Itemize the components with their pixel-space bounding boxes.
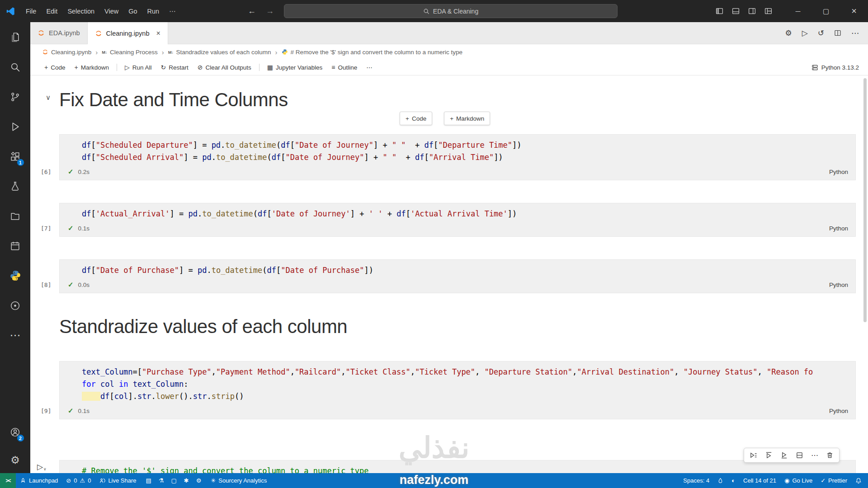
success-check-icon: ✓ xyxy=(68,168,74,176)
remote-indicator[interactable]: >< xyxy=(0,473,16,488)
beaker-icon[interactable]: ⚗ xyxy=(159,477,164,484)
code-cell[interactable]: [7]df['Actual_Arrival'] = pd.to_datetime… xyxy=(59,203,856,237)
breadcrumb-subsection[interactable]: M↓ Standradize values of each column xyxy=(168,49,271,56)
tab-eda-ipynb[interactable]: EDA.ipynb xyxy=(30,22,88,44)
notifications-bell-icon[interactable] xyxy=(851,473,868,488)
run-by-line-icon[interactable] xyxy=(750,451,757,459)
split-cell-icon[interactable] xyxy=(796,451,803,459)
gear-small-icon[interactable]: ⚙ xyxy=(196,477,202,484)
run-and-debug-icon[interactable] xyxy=(5,116,26,137)
add-code-button[interactable]: +Code xyxy=(40,62,69,73)
close-button[interactable]: × xyxy=(840,0,868,22)
explorer-icon[interactable] xyxy=(5,27,26,47)
jupyter-variables-button[interactable]: ▦Jupyter Variables xyxy=(263,62,327,73)
testing-icon[interactable] xyxy=(5,176,26,197)
code-cell[interactable]: [9]text_Column=["Purchase Type","Payment… xyxy=(59,361,856,419)
accounts-icon[interactable]: 2 xyxy=(5,422,26,442)
toggle-secondary-sidebar-icon[interactable] xyxy=(748,7,756,15)
code-editor[interactable]: # Remove the '$' sign and convert the co… xyxy=(60,460,855,473)
extensions-icon[interactable]: 1 xyxy=(5,146,26,167)
clear-all-outputs-button[interactable]: ⊘Clear All Outputs xyxy=(193,62,255,73)
paw-icon[interactable]: ✱ xyxy=(184,477,189,484)
menu-selection[interactable]: Selection xyxy=(62,5,99,17)
code-editor[interactable]: df["Date of Purchase"] = pd.to_datetime(… xyxy=(60,260,855,277)
live-share-item[interactable]: Live Share xyxy=(95,473,140,488)
errors-icon: ⊘ xyxy=(66,477,71,484)
menu-edit[interactable]: Edit xyxy=(41,5,62,17)
calendar-icon[interactable] xyxy=(5,235,26,256)
menu-go[interactable]: Go xyxy=(123,5,142,17)
panel-icon[interactable]: ▢ xyxy=(171,477,176,484)
prettier-item[interactable]: ✓ Prettier xyxy=(816,473,851,488)
forward-arrow-icon[interactable]: → xyxy=(266,6,274,16)
code-cell[interactable]: ▷∨# Remove the '$' sign and convert the … xyxy=(59,460,856,473)
cell-language-picker[interactable]: Python xyxy=(829,282,848,288)
toggle-panel-icon[interactable] xyxy=(732,7,740,15)
notebook-settings-icon[interactable]: ⚙ xyxy=(785,28,792,38)
cell-language-picker[interactable]: Python xyxy=(829,225,848,232)
more-actions-icon[interactable]: ⋯ xyxy=(851,28,859,38)
customize-layout-icon[interactable] xyxy=(764,7,772,15)
tab-close-icon[interactable]: × xyxy=(156,29,160,38)
go-live-item[interactable]: ◉ Go Live xyxy=(780,473,816,488)
remote-explorer-icon[interactable] xyxy=(5,295,26,316)
toggle-sidebar-icon[interactable] xyxy=(716,7,723,15)
add-markdown-cell-button[interactable]: +Markdown xyxy=(444,112,490,125)
markdown-heading-cell[interactable]: ∨Fix Date and Time Columns xyxy=(59,89,856,111)
timeline-history-icon[interactable]: ↺ xyxy=(818,28,824,38)
status-bar: >< Launchpad ⊘0 ⚠0 Live Share ▤ ⚗ ▢ ✱ ⚙ … xyxy=(0,473,868,488)
menu-view[interactable]: View xyxy=(99,5,123,17)
maximize-button[interactable]: ▢ xyxy=(812,0,840,22)
tab-cleaning-ipynb[interactable]: Cleaning.ipynb × xyxy=(88,22,168,44)
back-arrow-icon[interactable]: ← xyxy=(248,6,256,16)
code-editor[interactable]: df['Actual_Arrival'] = pd.to_datetime(df… xyxy=(60,203,855,220)
cell-more-actions-icon[interactable]: ⋯ xyxy=(811,451,818,460)
more-views-icon[interactable]: ⋯ xyxy=(5,325,26,346)
cell-language-picker[interactable]: Python xyxy=(829,169,848,175)
command-center-search[interactable]: EDA & Cleaning xyxy=(284,4,618,18)
code-editor[interactable]: text_Column=["Purchase Type","Payment Me… xyxy=(60,361,855,403)
menu-run[interactable]: Run xyxy=(142,5,165,17)
code-editor[interactable]: df["Scheduled Departure"] = pd.to_dateti… xyxy=(60,135,855,164)
toolbar-more-icon[interactable]: ⋯ xyxy=(362,62,377,73)
breadcrumb-file[interactable]: Cleaning.ipynb xyxy=(42,49,91,56)
sourcery-item[interactable]: ✳ Sourcery Analytics xyxy=(207,473,271,488)
source-control-icon[interactable] xyxy=(5,86,26,107)
kernel-picker[interactable]: Python 3.13.2 xyxy=(811,64,859,71)
launchpad-item[interactable]: Launchpad xyxy=(16,473,62,488)
breadcrumb-cell[interactable]: # Remove the '$' sign and convert the co… xyxy=(282,49,462,56)
markdown-icon: M↓ xyxy=(168,50,174,55)
formatter-item[interactable] xyxy=(713,473,727,488)
spaces-indicator[interactable]: Spaces: 4 xyxy=(679,473,713,488)
cell-language-picker[interactable]: Python xyxy=(829,408,848,414)
search-icon[interactable] xyxy=(5,56,26,77)
split-editor-icon[interactable] xyxy=(834,29,841,37)
minimize-button[interactable]: ─ xyxy=(784,0,812,22)
run-cell-button[interactable]: ▷∨ xyxy=(37,462,47,472)
breadcrumb-section[interactable]: M↓ Cleaning Process xyxy=(102,49,157,56)
restart-button[interactable]: ↻Restart xyxy=(157,62,193,73)
add-markdown-button[interactable]: +Markdown xyxy=(70,62,113,73)
python-icon[interactable] xyxy=(5,265,26,286)
settings-gear-icon[interactable]: ⚙ xyxy=(5,450,26,470)
markdown-heading-cell[interactable]: Standradize values of each column xyxy=(59,316,856,338)
menu-file[interactable]: File xyxy=(21,5,41,17)
report-icon[interactable]: ▤ xyxy=(146,477,151,484)
folder-explorer-icon[interactable] xyxy=(5,206,26,226)
execute-cell-and-below-icon[interactable] xyxy=(780,451,788,459)
run-all-button[interactable]: ▷Run All xyxy=(121,62,156,73)
add-code-cell-button[interactable]: +Code xyxy=(400,112,432,125)
outline-button[interactable]: ≡Outline xyxy=(327,62,361,73)
kernel-icon xyxy=(811,64,818,71)
code-cell[interactable]: [8]df["Date of Purchase"] = pd.to_dateti… xyxy=(59,259,856,293)
code-cell[interactable]: [6]df["Scheduled Departure"] = pd.to_dat… xyxy=(59,134,856,180)
cell-position-indicator[interactable]: Cell 14 of 21 xyxy=(739,473,780,488)
menu-more-icon[interactable]: ⋯ xyxy=(164,5,181,17)
scrollbar-thumb[interactable] xyxy=(863,78,867,322)
execute-above-cells-icon[interactable] xyxy=(765,451,773,459)
delete-cell-icon[interactable] xyxy=(826,451,834,459)
collapse-chevron-icon[interactable]: ∨ xyxy=(46,94,51,102)
language-indicator[interactable]: ◐ xyxy=(727,473,739,488)
problems-item[interactable]: ⊘0 ⚠0 xyxy=(62,473,95,488)
run-icon[interactable]: ▷ xyxy=(802,28,808,38)
